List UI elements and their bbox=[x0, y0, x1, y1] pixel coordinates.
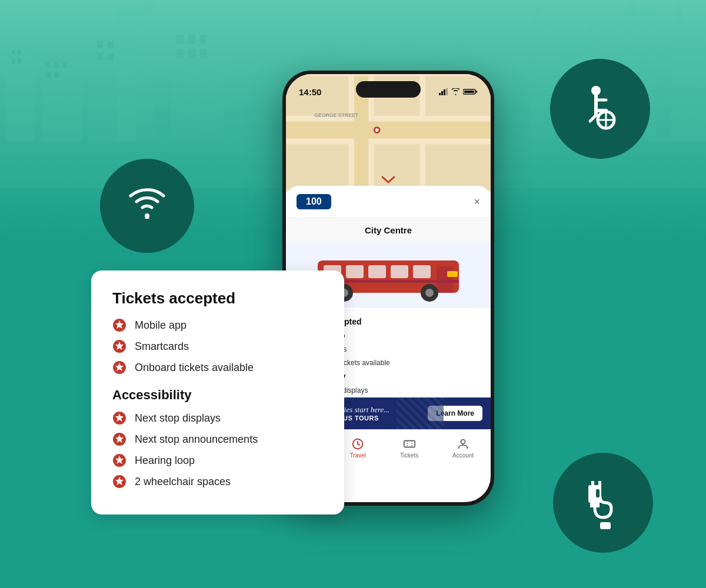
svg-rect-26 bbox=[200, 35, 207, 44]
svg-point-39 bbox=[145, 213, 149, 218]
svg-rect-90 bbox=[413, 265, 431, 278]
svg-rect-119 bbox=[404, 440, 414, 447]
svg-rect-22 bbox=[171, 29, 224, 141]
svg-rect-15 bbox=[89, 24, 96, 38]
svg-rect-96 bbox=[447, 271, 458, 277]
svg-rect-88 bbox=[368, 265, 386, 278]
svg-rect-49 bbox=[600, 522, 611, 529]
svg-rect-27 bbox=[176, 49, 184, 58]
svg-rect-6 bbox=[18, 59, 21, 64]
star-icon-2 bbox=[112, 339, 126, 353]
svg-rect-81 bbox=[425, 144, 491, 189]
nav-travel[interactable]: Travel bbox=[350, 437, 366, 459]
star-icon-6 bbox=[112, 453, 126, 467]
access-wheelchair-spaces: 2 wheelchair spaces bbox=[112, 475, 323, 489]
svg-rect-72 bbox=[476, 91, 477, 93]
svg-rect-17 bbox=[108, 41, 114, 48]
nav-travel-icon bbox=[351, 437, 364, 450]
star-icon-5 bbox=[112, 432, 126, 446]
wheelchair-circle bbox=[550, 59, 650, 159]
star-icon-7 bbox=[112, 475, 126, 489]
nav-tickets-icon bbox=[403, 437, 416, 450]
info-card: Tickets accepted Mobile app Smartcards O… bbox=[91, 270, 344, 514]
chevron-down-icon[interactable] bbox=[379, 175, 397, 187]
tickets-heading: Tickets accepted bbox=[112, 289, 323, 308]
route-badge: 100 bbox=[297, 194, 331, 209]
close-button[interactable]: × bbox=[474, 196, 480, 208]
svg-rect-69 bbox=[446, 88, 448, 95]
svg-rect-91 bbox=[437, 266, 453, 293]
signal-icon bbox=[439, 88, 448, 95]
svg-line-118 bbox=[358, 444, 360, 445]
nav-tickets[interactable]: Tickets bbox=[400, 437, 418, 459]
svg-rect-9 bbox=[46, 62, 51, 68]
svg-rect-35 bbox=[630, 0, 637, 15]
svg-rect-46 bbox=[591, 481, 594, 487]
ticket-item-1: Mobile app bbox=[135, 319, 187, 332]
access-announcements: Next stop announcements bbox=[112, 432, 323, 446]
wifi-status-icon bbox=[451, 88, 460, 95]
svg-rect-23 bbox=[174, 18, 185, 32]
svg-marker-38 bbox=[674, 0, 685, 35]
status-time: 14:50 bbox=[299, 87, 321, 97]
nav-account[interactable]: Account bbox=[452, 437, 474, 459]
svg-rect-50 bbox=[602, 528, 604, 529]
svg-rect-67 bbox=[441, 91, 443, 95]
access-item-3: Hearing loop bbox=[135, 455, 195, 467]
access-next-stop-displays: Next stop displays bbox=[112, 411, 323, 425]
star-icon-4 bbox=[112, 411, 126, 425]
svg-point-95 bbox=[425, 289, 434, 297]
route-header: 100 × bbox=[286, 186, 491, 218]
svg-rect-25 bbox=[188, 35, 195, 44]
svg-point-122 bbox=[461, 439, 465, 443]
nav-account-label: Account bbox=[452, 452, 474, 459]
ticket-mobile-app: Mobile app bbox=[112, 318, 323, 332]
ticket-item-2: Smartcards bbox=[135, 340, 189, 353]
dynamic-island bbox=[356, 81, 421, 98]
ticket-smartcards: Smartcards bbox=[112, 339, 323, 353]
svg-rect-74 bbox=[286, 122, 491, 139]
svg-rect-19 bbox=[108, 53, 114, 60]
wifi-icon bbox=[124, 188, 171, 223]
svg-rect-2 bbox=[9, 35, 21, 50]
svg-rect-37 bbox=[671, 29, 706, 141]
svg-rect-24 bbox=[176, 35, 184, 44]
usb-circle bbox=[553, 453, 653, 553]
star-icon-3 bbox=[112, 360, 126, 375]
svg-rect-10 bbox=[54, 62, 59, 68]
wheelchair-icon bbox=[574, 82, 627, 135]
svg-rect-29 bbox=[200, 49, 207, 58]
battery-icon bbox=[463, 88, 478, 95]
status-icons bbox=[439, 88, 478, 95]
svg-rect-12 bbox=[46, 72, 51, 78]
ticket-item-3: Onboard tickets available bbox=[135, 362, 254, 374]
svg-rect-89 bbox=[391, 265, 408, 278]
nav-account-icon bbox=[457, 437, 469, 450]
access-hearing-loop: Hearing loop bbox=[112, 453, 323, 467]
svg-rect-5 bbox=[12, 59, 15, 64]
svg-rect-47 bbox=[598, 481, 601, 487]
svg-rect-18 bbox=[97, 53, 103, 60]
usb-icon bbox=[574, 476, 632, 529]
tartan-decoration bbox=[397, 397, 444, 429]
svg-rect-68 bbox=[444, 89, 445, 95]
svg-rect-7 bbox=[41, 59, 82, 141]
svg-rect-71 bbox=[464, 91, 474, 93]
svg-rect-51 bbox=[606, 528, 608, 529]
ticket-onboard: Onboard tickets available bbox=[112, 360, 323, 375]
access-item-1: Next stop displays bbox=[135, 412, 221, 425]
accessibility-heading: Accessibility bbox=[112, 387, 323, 403]
svg-rect-79 bbox=[286, 144, 348, 189]
nav-travel-label: Travel bbox=[350, 452, 366, 459]
svg-rect-13 bbox=[54, 72, 59, 78]
svg-rect-8 bbox=[44, 35, 62, 62]
svg-rect-28 bbox=[188, 49, 195, 58]
destination-label: City Centre bbox=[286, 218, 491, 243]
svg-text:GEORGE STREET: GEORGE STREET bbox=[314, 112, 359, 118]
access-item-4: 2 wheelchair spaces bbox=[135, 476, 231, 488]
star-icon-1 bbox=[112, 318, 126, 332]
svg-rect-48 bbox=[596, 489, 600, 497]
svg-rect-4 bbox=[18, 50, 21, 55]
svg-rect-11 bbox=[62, 62, 67, 68]
svg-rect-30 bbox=[530, 18, 553, 141]
